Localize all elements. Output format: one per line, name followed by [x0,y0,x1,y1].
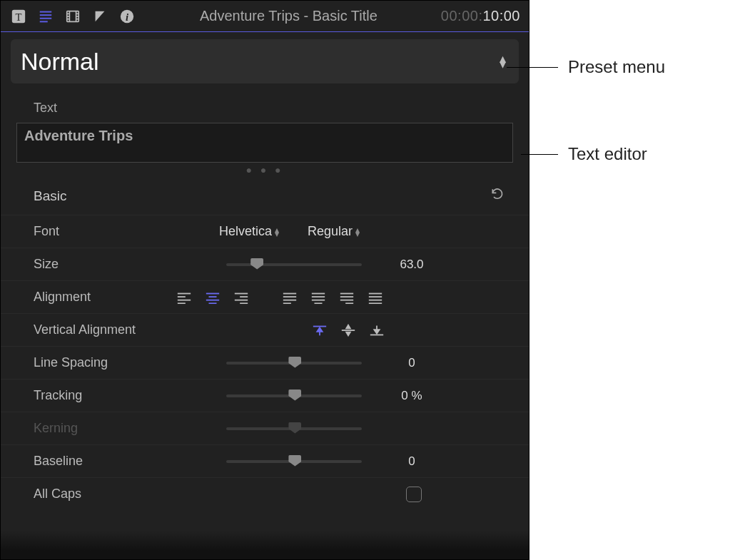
svg-text:T: T [16,11,22,22]
tracking-slider[interactable] [226,394,362,397]
callout-preset-label: Preset menu [568,57,665,77]
svg-marker-51 [346,332,350,335]
text-editor[interactable]: Adventure Trips [16,123,513,163]
timecode: 00:00:10:00 [441,8,520,24]
marker-tab-icon[interactable] [91,7,109,26]
preset-label: Normal [21,48,99,76]
alignment-label: Alignment [34,290,176,305]
valign-top-icon[interactable] [312,323,328,337]
baseline-value[interactable]: 0 [369,454,455,469]
size-row: Size 63.0 [1,248,529,280]
clip-title: Adventure Trips - Basic Title [145,8,432,24]
line-spacing-value[interactable]: 0 [369,356,455,370]
font-weight-select[interactable]: Regular ▴▾ [308,224,360,239]
svg-marker-50 [346,325,350,328]
line-spacing-row: Line Spacing 0 [1,346,529,379]
callout-preset: Preset menu [507,57,665,77]
info-tab-icon[interactable]: i [118,7,136,26]
line-spacing-slider[interactable] [226,362,362,365]
text-tab-icon[interactable]: T [9,7,28,26]
resize-handle-icon[interactable]: ● ● ● [1,164,529,175]
tracking-label: Tracking [34,388,176,403]
toolbar: T i Adventure Trips - Basic Title 00:00:… [1,1,529,32]
font-row: Font Helvetica ▴▾ Regular ▴▾ [1,215,529,248]
tracking-row: Tracking 0 % [1,379,529,412]
chevron-updown-icon: ▴▾ [275,228,279,236]
inspector-panel: T i Adventure Trips - Basic Title 00:00:… [0,0,529,560]
preset-menu[interactable]: Normal ▴▾ [11,39,519,83]
svg-text:i: i [126,11,128,22]
timecode-end: 10:00 [482,8,520,24]
all-caps-label: All Caps [34,487,176,502]
baseline-slider[interactable] [226,460,362,463]
justify-full-icon[interactable] [368,290,383,305]
font-label: Font [34,224,176,239]
all-caps-row: All Caps [1,477,529,510]
chevron-updown-icon: ▴▾ [355,228,360,236]
font-family-select[interactable]: Helvetica ▴▾ [219,224,279,239]
valign-bottom-icon[interactable] [369,323,385,337]
svg-marker-47 [317,327,322,332]
align-left-icon[interactable] [176,290,192,305]
reset-icon[interactable] [490,187,505,205]
font-family-value: Helvetica [219,224,272,239]
callout-text-editor-label: Text editor [568,144,647,164]
kerning-slider [226,427,362,430]
callout-text-editor: Text editor [521,144,647,164]
text-section-label: Text [1,88,529,123]
size-value[interactable]: 63.0 [369,258,455,272]
justify-right-icon[interactable] [339,290,355,305]
video-tab-icon[interactable] [64,7,82,26]
timecode-gray: 00:00: [441,8,483,24]
size-slider[interactable] [226,263,362,266]
alignment-row: Alignment [1,280,529,313]
baseline-row: Baseline 0 [1,444,529,477]
justify-left-icon[interactable] [282,290,298,305]
vertical-alignment-label: Vertical Alignment [34,322,176,337]
basic-group-header: Basic [1,175,529,215]
bottom-fade [1,531,529,559]
font-weight-value: Regular [308,224,353,239]
kerning-row: Kerning [1,412,529,444]
size-label: Size [34,257,176,272]
line-spacing-label: Line Spacing [34,355,176,370]
justify-center-icon[interactable] [310,290,326,305]
svg-marker-53 [374,330,379,334]
paragraph-tab-icon[interactable] [36,7,55,26]
tracking-value[interactable]: 0 % [369,389,455,403]
valign-middle-icon[interactable] [340,323,356,337]
properties-list: Font Helvetica ▴▾ Regular ▴▾ Size 6 [1,215,529,510]
svg-marker-15 [96,11,105,21]
kerning-label: Kerning [34,421,176,436]
all-caps-checkbox[interactable] [406,487,422,502]
baseline-label: Baseline [34,454,176,469]
text-editor-content: Adventure Trips [24,128,133,143]
align-center-icon[interactable] [205,290,221,305]
basic-group-label: Basic [34,188,66,204]
align-right-icon[interactable] [233,290,249,305]
vertical-alignment-row: Vertical Alignment [1,313,529,346]
